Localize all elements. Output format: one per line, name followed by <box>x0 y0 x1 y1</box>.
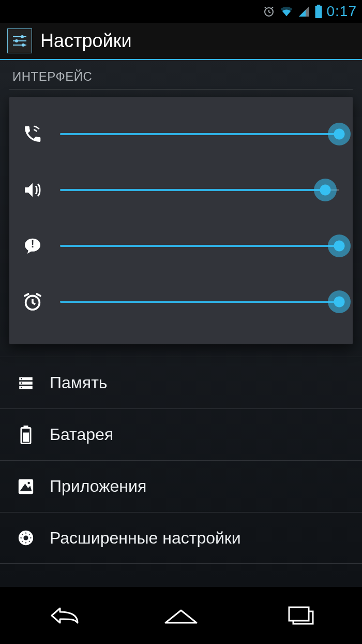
gear-icon <box>14 529 37 547</box>
row-apps-label: Приложения <box>50 477 146 496</box>
svg-rect-20 <box>23 432 29 442</box>
svg-point-8 <box>22 43 25 47</box>
svg-point-6 <box>21 35 24 38</box>
svg-point-15 <box>21 378 22 379</box>
svg-text:!: ! <box>31 238 35 250</box>
alarm-volume-slider[interactable] <box>60 290 339 313</box>
volume-row-alarm <box>20 274 339 330</box>
media-volume-slider[interactable] <box>60 179 339 201</box>
volume-row-media <box>20 162 339 218</box>
settings-app-icon <box>7 28 32 53</box>
row-advanced-label: Расширенные настройки <box>50 529 241 548</box>
svg-point-24 <box>23 535 28 540</box>
storage-icon <box>14 374 37 392</box>
action-bar: Настройки <box>0 23 362 60</box>
page-title: Настройки <box>40 30 132 52</box>
status-time: 0:17 <box>327 3 357 20</box>
status-bar: 0:17 <box>0 0 362 23</box>
volume-row-notification: ! <box>20 218 339 274</box>
settings-list: Память Батарея Приложения Расширенные на… <box>0 357 362 564</box>
row-apps[interactable]: Приложения <box>0 460 362 512</box>
svg-rect-1 <box>315 6 322 18</box>
row-battery-label: Батарея <box>50 425 113 444</box>
speaker-icon <box>20 180 46 200</box>
svg-point-22 <box>27 481 30 484</box>
navigation-bar <box>0 587 362 644</box>
volume-panel: ! <box>9 97 353 344</box>
signal-icon <box>298 5 310 18</box>
ringer-volume-slider[interactable] <box>60 123 339 145</box>
svg-point-17 <box>21 387 22 388</box>
svg-point-16 <box>21 382 22 384</box>
divider <box>9 89 353 90</box>
svg-point-7 <box>15 39 18 42</box>
svg-rect-19 <box>24 426 28 428</box>
home-button[interactable] <box>140 600 222 631</box>
phone-icon <box>20 124 46 144</box>
svg-rect-25 <box>289 607 309 621</box>
apps-icon <box>14 478 37 495</box>
notification-icon: ! <box>20 236 46 256</box>
section-interface: ИНТЕРФЕЙС <box>0 60 362 89</box>
row-storage-label: Память <box>50 373 107 392</box>
wifi-icon <box>279 5 294 18</box>
content: ИНТЕРФЕЙС ! <box>0 60 362 587</box>
alarm-clock-icon <box>20 291 46 312</box>
svg-rect-2 <box>316 5 320 6</box>
notification-volume-slider[interactable] <box>60 235 339 257</box>
alarm-icon <box>263 5 275 18</box>
row-battery[interactable]: Батарея <box>0 408 362 460</box>
battery-menu-icon <box>14 426 37 444</box>
recents-button[interactable] <box>260 600 343 631</box>
back-button[interactable] <box>19 600 102 631</box>
row-advanced[interactable]: Расширенные настройки <box>0 512 362 564</box>
row-storage[interactable]: Память <box>0 357 362 408</box>
battery-icon <box>314 5 323 18</box>
volume-row-ringer <box>20 106 339 162</box>
